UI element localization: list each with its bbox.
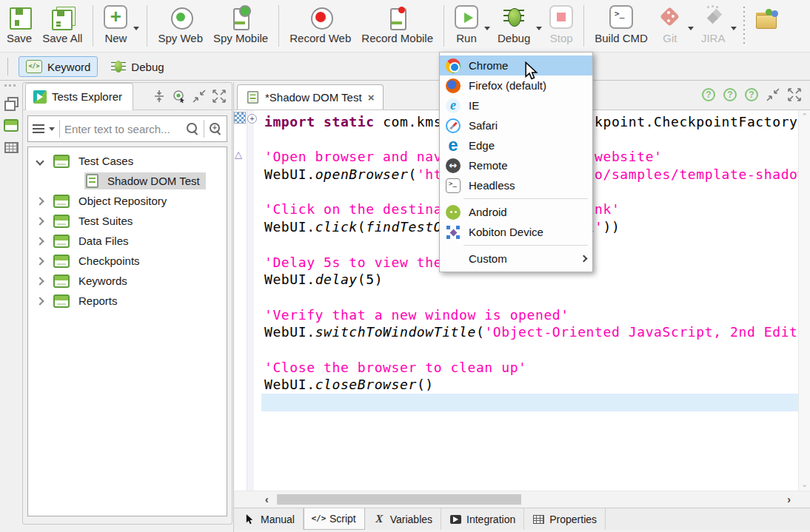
build-cmd-button[interactable]: Build CMD bbox=[589, 4, 653, 46]
fold-collapsed-icon[interactable] bbox=[235, 149, 242, 160]
stop-icon bbox=[549, 5, 573, 29]
maximize-icon[interactable] bbox=[212, 90, 226, 103]
tree-item-test-suites[interactable]: Test Suites bbox=[28, 211, 227, 231]
tree-item-keywords[interactable]: Keywords bbox=[28, 271, 227, 291]
test-case-icon bbox=[247, 91, 258, 104]
collapse-all-icon[interactable] bbox=[153, 90, 166, 103]
view-tab-properties[interactable]: Properties bbox=[524, 508, 606, 530]
chevron-right-icon[interactable] bbox=[36, 277, 44, 285]
grid-view-icon[interactable] bbox=[4, 142, 19, 153]
ie-icon bbox=[446, 98, 461, 113]
menu-item-android[interactable]: Android bbox=[440, 202, 592, 222]
menu-item-headless[interactable]: Headless bbox=[440, 175, 592, 195]
tree-item-test-cases[interactable]: Test Cases bbox=[28, 151, 227, 171]
perspective-separator bbox=[7, 58, 8, 75]
tests-explorer-shortcut-icon[interactable] bbox=[4, 119, 19, 132]
tab-shadow-dom-test[interactable]: *Shadow DOM Test × bbox=[237, 84, 384, 110]
tab-tests-explorer[interactable]: Tests Explorer bbox=[25, 83, 133, 110]
chevron-right-icon[interactable] bbox=[36, 297, 44, 305]
code-line: WebUI.delay(5) bbox=[264, 271, 798, 289]
scroll-down-icon[interactable]: ⌄ bbox=[799, 479, 810, 489]
close-icon[interactable]: × bbox=[368, 92, 375, 103]
debug-button[interactable]: Debug bbox=[492, 4, 535, 46]
tree-item-object-repository[interactable]: Object Repository bbox=[28, 191, 227, 211]
tree-item-label: Shadow DOM Test bbox=[107, 175, 200, 187]
menu-item-edge[interactable]: Edge bbox=[440, 135, 592, 155]
chevron-down-icon[interactable] bbox=[36, 157, 44, 165]
stop-button: Stop bbox=[544, 4, 578, 46]
tree-item-reports[interactable]: Reports bbox=[28, 291, 227, 311]
android-icon bbox=[446, 205, 461, 220]
new-button[interactable]: New bbox=[98, 4, 133, 46]
spy-mobile-button[interactable]: Spy Mobile bbox=[208, 4, 273, 46]
record-mobile-button[interactable]: Record Mobile bbox=[356, 4, 438, 46]
rail-grip[interactable] bbox=[4, 84, 18, 87]
tree-item-label: Test Suites bbox=[78, 215, 133, 227]
vertical-scrollbar[interactable]: ⌃⌄ bbox=[798, 110, 810, 491]
perspective-keyword[interactable]: Keyword bbox=[19, 56, 98, 77]
chevron-right-icon[interactable] bbox=[36, 197, 44, 205]
maximize-icon[interactable] bbox=[788, 88, 801, 101]
chevron-down-icon[interactable] bbox=[688, 27, 694, 33]
horizontal-scrollbar[interactable]: ‹ › bbox=[234, 491, 810, 508]
tree-item-shadow-dom-test[interactable]: Shadow DOM Test bbox=[28, 171, 227, 191]
chevron-right-icon[interactable] bbox=[36, 257, 44, 265]
chevron-down-icon[interactable] bbox=[133, 27, 139, 33]
chevron-right-icon[interactable] bbox=[36, 217, 44, 225]
folder-drawer-icon bbox=[53, 275, 70, 288]
perspective-debug[interactable]: Debug bbox=[104, 55, 171, 78]
save-all-button[interactable]: Save All bbox=[37, 4, 87, 46]
tree-item-content: Object Repository bbox=[52, 193, 173, 209]
chevron-down-icon[interactable] bbox=[484, 27, 490, 33]
minimize-icon[interactable] bbox=[193, 90, 206, 103]
menu-item-firefox-default-[interactable]: Firefox (default) bbox=[440, 75, 592, 95]
view-tab-label: Script bbox=[329, 513, 356, 525]
tree-item-content: Data Files bbox=[52, 233, 135, 249]
minimize-icon[interactable] bbox=[766, 88, 780, 101]
chevron-down-icon[interactable] bbox=[536, 27, 542, 33]
filter-dropdown-icon[interactable] bbox=[49, 127, 55, 134]
build-icon bbox=[609, 5, 633, 29]
search-icon[interactable] bbox=[186, 122, 199, 135]
open-project-button[interactable] bbox=[749, 4, 783, 36]
filter-list-icon[interactable] bbox=[33, 124, 44, 134]
view-tab-script[interactable]: </>Script bbox=[304, 508, 365, 530]
advanced-search-icon[interactable] bbox=[209, 122, 222, 135]
toolbar-drag-handle bbox=[743, 7, 745, 45]
record-web-button[interactable]: Record Web bbox=[284, 4, 356, 46]
help-icon[interactable]: ? bbox=[723, 88, 737, 101]
chevron-right-icon[interactable] bbox=[36, 237, 44, 245]
restore-view-icon[interactable] bbox=[4, 97, 18, 109]
help-icon[interactable]: ? bbox=[745, 88, 758, 101]
chevron-down-icon[interactable] bbox=[731, 27, 737, 33]
menu-item-custom[interactable]: Custom bbox=[440, 249, 592, 269]
view-tab-label: Properties bbox=[549, 514, 597, 525]
menu-item-safari[interactable]: Safari bbox=[440, 115, 592, 135]
menu-item-remote[interactable]: Remote bbox=[440, 155, 592, 175]
menu-item-kobiton-device[interactable]: Kobiton Device bbox=[440, 222, 592, 242]
scroll-right-icon[interactable]: › bbox=[787, 494, 791, 505]
editor-gutter bbox=[234, 110, 261, 491]
scroll-left-icon[interactable]: ‹ bbox=[265, 494, 269, 505]
view-tab-integration[interactable]: Integration bbox=[441, 508, 524, 530]
menu-item-chrome[interactable]: Chrome bbox=[440, 55, 592, 75]
help-icon[interactable]: ? bbox=[702, 88, 715, 101]
folder-drawer-icon bbox=[53, 215, 70, 228]
link-with-editor-icon[interactable] bbox=[173, 90, 186, 103]
search-input[interactable] bbox=[64, 123, 181, 135]
save-button[interactable]: Save bbox=[1, 4, 37, 46]
scrollbar-thumb[interactable] bbox=[277, 494, 521, 505]
fold-expand-icon[interactable] bbox=[247, 114, 257, 124]
spy-web-button[interactable]: Spy Web bbox=[153, 4, 208, 46]
save-all-button-label: Save All bbox=[42, 32, 82, 44]
run-button[interactable]: Run bbox=[449, 4, 483, 46]
view-tab-manual[interactable]: Manual bbox=[235, 508, 304, 530]
tree-item-data-files[interactable]: Data Files bbox=[28, 231, 227, 251]
scroll-up-icon[interactable]: ⌃ bbox=[799, 112, 810, 121]
keyword-icon bbox=[26, 60, 42, 73]
menu-separator bbox=[463, 245, 588, 246]
git-icon bbox=[658, 5, 682, 29]
view-tab-variables[interactable]: XVariables bbox=[365, 508, 441, 530]
menu-item-ie[interactable]: IE bbox=[440, 95, 592, 115]
tree-item-checkpoints[interactable]: Checkpoints bbox=[28, 251, 227, 271]
